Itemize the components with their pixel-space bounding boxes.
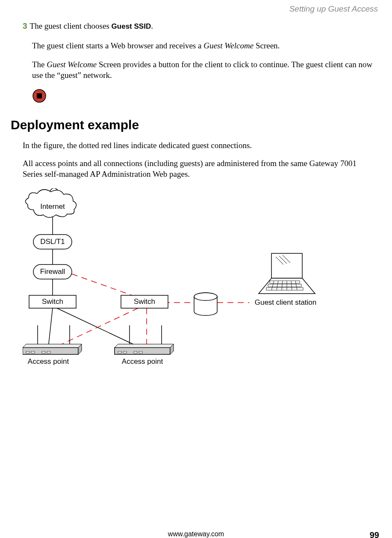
intro-paragraph-2: All access points and all connections (i… [23, 158, 377, 180]
label-switch-2: Switch [134, 297, 155, 306]
label-guest-client: Guest client station [255, 298, 317, 306]
network-diagram: Internet DSL/T1 Firewall Switch Switch [23, 188, 381, 378]
p1-t2: Screen. [253, 41, 280, 50]
svg-rect-31 [139, 351, 142, 353]
footer-page-number: 99 [370, 530, 379, 538]
svg-line-5 [48, 308, 53, 348]
svg-rect-16 [23, 348, 78, 354]
svg-line-7 [72, 274, 138, 297]
intro-paragraph-1: In the figure, the dotted red lines indi… [23, 140, 377, 151]
label-internet: Internet [40, 202, 65, 211]
label-firewall: Firewall [40, 268, 65, 276]
svg-rect-21 [42, 351, 45, 353]
svg-rect-20 [31, 351, 35, 353]
laptop-icon [259, 253, 315, 294]
svg-marker-17 [23, 344, 82, 348]
svg-point-13 [194, 293, 217, 300]
svg-marker-26 [115, 344, 174, 348]
step-number: 3 [23, 21, 27, 30]
cylinder-icon [194, 293, 217, 315]
label-switch-1: Switch [42, 297, 63, 306]
svg-rect-28 [118, 351, 121, 353]
label-ap-1: Access point [28, 357, 69, 366]
svg-rect-22 [47, 351, 50, 353]
heading-deployment-example: Deployment example [11, 118, 381, 132]
step-text-after: . [151, 21, 153, 30]
p2-t1: The [32, 60, 47, 69]
footer-url: www.gateway.com [0, 530, 392, 538]
svg-line-8 [55, 308, 138, 348]
paragraph-2: The Guest Welcome Screen provides a butt… [32, 59, 377, 81]
step-text-before: The guest client chooses [30, 21, 112, 30]
paragraph-1: The guest client starts a Web browser an… [32, 40, 377, 51]
label-ap-2: Access point [122, 357, 163, 366]
access-point-1-icon [23, 325, 82, 354]
p1-italic: Guest Welcome [203, 41, 253, 50]
svg-rect-30 [134, 351, 137, 353]
step-3-line: 3The guest client chooses Guest SSID. [23, 21, 381, 31]
svg-rect-1 [37, 93, 42, 98]
step-bold: Guest SSID [112, 22, 151, 30]
label-dsl: DSL/T1 [40, 238, 65, 246]
svg-rect-25 [115, 348, 170, 354]
p2-italic: Guest Welcome [47, 60, 97, 69]
stop-icon [32, 89, 381, 105]
section-header: Setting up Guest Access [11, 4, 378, 14]
p1-t1: The guest client starts a Web browser an… [32, 41, 203, 50]
svg-rect-29 [123, 351, 127, 353]
svg-rect-37 [270, 281, 300, 283]
svg-rect-19 [26, 351, 29, 353]
